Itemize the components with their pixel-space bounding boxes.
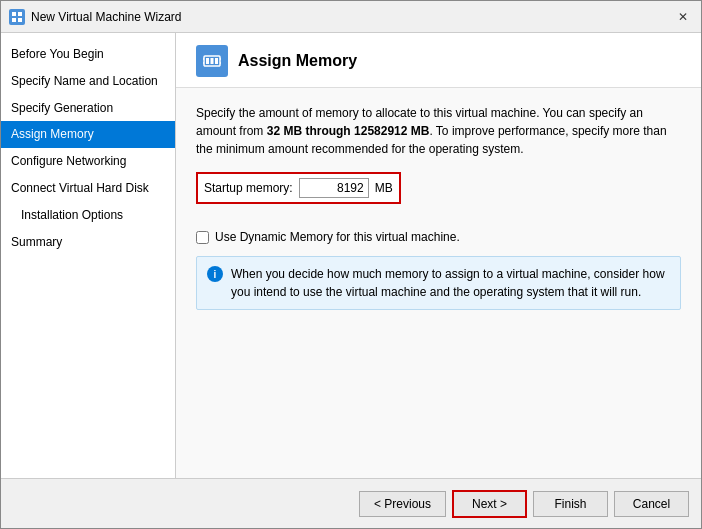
sidebar-item-assign-memory[interactable]: Assign Memory bbox=[1, 121, 175, 148]
svg-rect-6 bbox=[211, 58, 214, 64]
description-text: Specify the amount of memory to allocate… bbox=[196, 104, 681, 158]
dynamic-memory-row: Use Dynamic Memory for this virtual mach… bbox=[196, 230, 681, 244]
content-area: Before You Begin Specify Name and Locati… bbox=[1, 33, 701, 478]
sidebar-item-specify-name[interactable]: Specify Name and Location bbox=[1, 68, 175, 95]
close-button[interactable]: ✕ bbox=[673, 7, 693, 27]
main-panel: Assign Memory Specify the amount of memo… bbox=[176, 33, 701, 478]
previous-button[interactable]: < Previous bbox=[359, 491, 446, 517]
startup-memory-label: Startup memory: bbox=[204, 181, 293, 195]
sidebar-item-before-you-begin[interactable]: Before You Begin bbox=[1, 41, 175, 68]
svg-rect-7 bbox=[215, 58, 218, 64]
footer: < Previous Next > Finish Cancel bbox=[1, 478, 701, 528]
svg-rect-1 bbox=[18, 12, 22, 16]
main-body: Specify the amount of memory to allocate… bbox=[176, 88, 701, 478]
startup-memory-input[interactable] bbox=[299, 178, 369, 198]
window-title: New Virtual Machine Wizard bbox=[31, 10, 182, 24]
svg-rect-5 bbox=[206, 58, 209, 64]
title-bar: New Virtual Machine Wizard ✕ bbox=[1, 1, 701, 33]
title-bar-left: New Virtual Machine Wizard bbox=[9, 9, 182, 25]
svg-rect-2 bbox=[12, 18, 16, 22]
app-icon bbox=[9, 9, 25, 25]
section-title: Assign Memory bbox=[238, 52, 357, 70]
sidebar-item-summary[interactable]: Summary bbox=[1, 229, 175, 256]
memory-row: Startup memory: MB bbox=[196, 172, 401, 204]
info-box: i When you decide how much memory to ass… bbox=[196, 256, 681, 310]
dynamic-memory-label[interactable]: Use Dynamic Memory for this virtual mach… bbox=[215, 230, 460, 244]
cancel-button[interactable]: Cancel bbox=[614, 491, 689, 517]
finish-button[interactable]: Finish bbox=[533, 491, 608, 517]
sidebar-item-specify-generation[interactable]: Specify Generation bbox=[1, 95, 175, 122]
sidebar: Before You Begin Specify Name and Locati… bbox=[1, 33, 176, 478]
sidebar-item-connect-virtual-disk[interactable]: Connect Virtual Hard Disk bbox=[1, 175, 175, 202]
sidebar-item-configure-networking[interactable]: Configure Networking bbox=[1, 148, 175, 175]
dialog-window: New Virtual Machine Wizard ✕ Before You … bbox=[0, 0, 702, 529]
info-icon: i bbox=[207, 266, 223, 282]
svg-rect-0 bbox=[12, 12, 16, 16]
section-icon bbox=[196, 45, 228, 77]
main-header: Assign Memory bbox=[176, 33, 701, 88]
memory-unit: MB bbox=[375, 181, 393, 195]
sidebar-item-installation-options[interactable]: Installation Options bbox=[1, 202, 175, 229]
svg-rect-3 bbox=[18, 18, 22, 22]
memory-wrapper: Startup memory: MB bbox=[196, 172, 681, 216]
info-text: When you decide how much memory to assig… bbox=[231, 265, 670, 301]
dynamic-memory-checkbox[interactable] bbox=[196, 231, 209, 244]
next-button[interactable]: Next > bbox=[452, 490, 527, 518]
